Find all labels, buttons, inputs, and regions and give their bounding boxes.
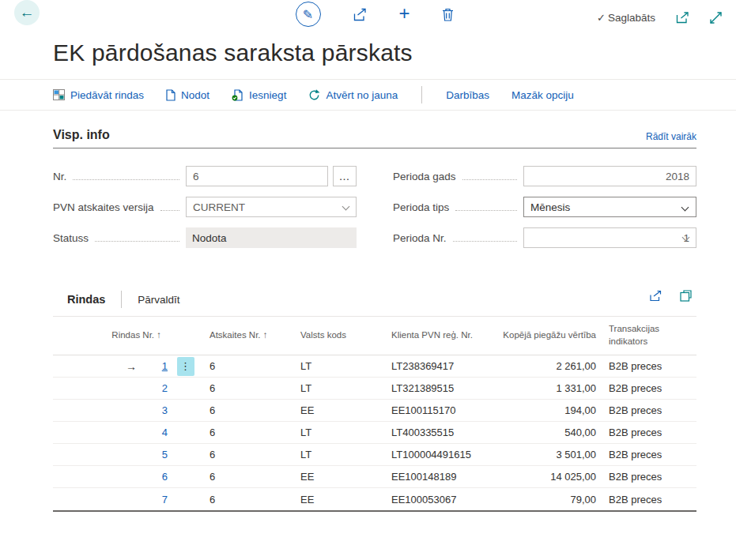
perioda-gads-input[interactable] xyxy=(523,166,696,186)
line-number-link[interactable]: 2 xyxy=(140,382,168,394)
cell-country: LT xyxy=(294,427,385,438)
cell-report-nr: 6 xyxy=(203,427,294,438)
action-bar: Piedāvāt rindas Nodot Iesniegt Atvē xyxy=(0,79,736,111)
row-menu-button[interactable]: ⋮ xyxy=(177,357,194,376)
submit-document-icon xyxy=(232,89,243,101)
popout-window-button[interactable] xyxy=(676,5,689,30)
kebab-icon: ⋮ xyxy=(180,360,191,372)
lines-header-separator xyxy=(121,291,122,308)
table-row[interactable]: 6 6 EE EE100148189 14 025,00 B2B preces xyxy=(53,466,696,488)
cell-vat-reg: EE100148189 xyxy=(385,471,496,483)
cell-indicator: B2B preces xyxy=(602,382,696,394)
back-button[interactable]: ← xyxy=(14,0,40,25)
col-vertiba[interactable]: Kopējā piegāžu vērtība xyxy=(496,326,602,345)
cell-vat-reg: LT321389515 xyxy=(385,382,496,394)
cell-country: LT xyxy=(294,360,385,372)
table-row[interactable]: 4 6 LT LT400335515 540,00 B2B preces xyxy=(53,422,696,444)
field-pvn-versija: PVN atskaites versija xyxy=(53,197,357,217)
cell-vat-reg: LT100004491615 xyxy=(385,449,496,460)
col-atskaites-nr[interactable]: Atskaites Nr. ↑ xyxy=(203,326,294,345)
action-fewer-options[interactable]: Mazāk opciju xyxy=(511,89,574,101)
expand-fullscreen-button[interactable] xyxy=(710,5,722,30)
edit-button[interactable]: ✎ xyxy=(295,2,320,27)
line-number-link[interactable]: 5 xyxy=(140,449,168,460)
action-reopen[interactable]: Atvērt no jauna xyxy=(308,89,398,101)
reopen-refresh-icon xyxy=(308,89,320,101)
field-nr-label: Nr. xyxy=(53,171,66,182)
document-icon xyxy=(166,89,176,101)
form-right-column: Perioda gads Perioda tips Mēnesis Period… xyxy=(393,166,696,248)
add-button[interactable]: + xyxy=(398,1,410,26)
line-number-link[interactable]: 7 xyxy=(140,494,168,506)
lines-table-header: Rindas Nr. ↑ Atskaites Nr. ↑ Valsts kods… xyxy=(53,316,696,355)
cell-country: EE xyxy=(294,471,385,483)
table-row[interactable]: 5 6 LT LT100004491615 3 501,00 B2B prece… xyxy=(53,444,696,466)
nr-assist-edit-button[interactable]: … xyxy=(333,166,357,186)
lines-caption[interactable]: Rindas xyxy=(67,293,105,306)
share-icon xyxy=(649,290,662,302)
nr-input[interactable] xyxy=(186,166,328,186)
action-actions-menu[interactable]: Darbības xyxy=(446,89,489,101)
cell-country: EE xyxy=(294,494,385,506)
field-statuss-label: Statuss xyxy=(53,232,89,244)
action-release[interactable]: Nodot xyxy=(166,89,209,101)
dotted-leader xyxy=(95,241,179,242)
line-number-link[interactable]: 1 xyxy=(140,360,168,372)
line-number-link[interactable]: 4 xyxy=(140,427,168,438)
open-in-new-window-button[interactable] xyxy=(680,290,692,302)
topbar: ← ✎ + ✓ Saglabāts xyxy=(0,0,736,28)
perioda-nr-input[interactable] xyxy=(523,227,696,248)
expand-diagonal-icon xyxy=(710,12,722,24)
open-in-new-icon xyxy=(680,290,692,302)
col-klienta-pvn[interactable]: Klienta PVN reģ. Nr. xyxy=(385,326,496,345)
show-more-link[interactable]: Rādīt vairāk xyxy=(646,131,696,142)
field-perioda-gads-label: Perioda gads xyxy=(393,171,456,182)
delete-button[interactable] xyxy=(442,2,454,27)
chevron-down-icon xyxy=(681,204,689,212)
action-suggest-lines[interactable]: Piedāvāt rindas xyxy=(53,89,144,101)
general-section-title[interactable]: Visp. info xyxy=(53,128,110,142)
trash-icon xyxy=(442,8,454,21)
statuss-value: Nodota xyxy=(186,227,357,248)
col-indikators[interactable]: Transakcijas indikators xyxy=(602,320,696,351)
cell-indicator: B2B preces xyxy=(602,494,696,506)
field-perioda-nr-label: Perioda Nr. xyxy=(393,232,447,244)
action-label: Atvērt no jauna xyxy=(326,89,398,101)
action-submit[interactable]: Iesniegt xyxy=(232,89,286,101)
topbar-actions: ✎ + xyxy=(295,2,453,27)
cell-vat-reg: LT238369417 xyxy=(385,360,496,372)
dotted-leader xyxy=(160,210,179,211)
pvn-versija-combobox[interactable] xyxy=(186,197,357,217)
col-valsts-kods[interactable]: Valsts kods xyxy=(294,326,385,345)
general-section-header: Visp. info Rādīt vairāk xyxy=(53,128,696,148)
perioda-nr-combobox[interactable] xyxy=(523,227,696,248)
page-title: EK pārdošanas saraksta pārskats xyxy=(53,39,696,66)
col-rindas-nr[interactable]: Rindas Nr. ↑ xyxy=(53,326,168,345)
field-pvn-versija-label: PVN atskaites versija xyxy=(53,201,154,213)
action-label: Darbības xyxy=(446,89,489,101)
line-number-link[interactable]: 3 xyxy=(140,404,168,416)
actionbar-separator xyxy=(421,86,422,103)
share-button[interactable] xyxy=(352,2,367,27)
table-row[interactable]: 3 6 EE EE100115170 194,00 B2B preces xyxy=(53,400,696,422)
current-row-arrow-icon: → xyxy=(53,360,140,373)
field-perioda-tips: Perioda tips Mēnesis xyxy=(393,197,696,217)
share-lines-button[interactable] xyxy=(649,290,662,302)
cell-value: 194,00 xyxy=(496,404,602,416)
perioda-tips-select[interactable]: Mēnesis xyxy=(523,197,696,217)
cell-value: 14 025,00 xyxy=(496,471,602,483)
cell-vat-reg: LT400335515 xyxy=(385,427,496,438)
saved-status: ✓ Saglabāts xyxy=(597,12,655,24)
back-arrow-icon: ← xyxy=(20,4,35,21)
table-row[interactable]: → 1 ⋮ 6 LT LT238369417 2 261,00 B2B prec… xyxy=(53,355,696,378)
lines-card: Rindas Pārvaldīt Rindas Nr. ↑ xyxy=(53,283,696,512)
table-row[interactable]: 2 6 LT LT321389515 1 331,00 B2B preces xyxy=(53,378,696,400)
dotted-leader xyxy=(453,241,517,242)
line-number-link[interactable]: 6 xyxy=(140,471,168,483)
action-label: Mazāk opciju xyxy=(511,89,574,101)
popout-icon xyxy=(676,12,689,24)
manage-menu[interactable]: Pārvaldīt xyxy=(138,294,179,306)
table-row[interactable]: 7 6 EE EE100053067 79,00 B2B preces xyxy=(53,488,696,510)
cell-country: LT xyxy=(294,449,385,460)
pvn-versija-input[interactable] xyxy=(186,197,357,217)
